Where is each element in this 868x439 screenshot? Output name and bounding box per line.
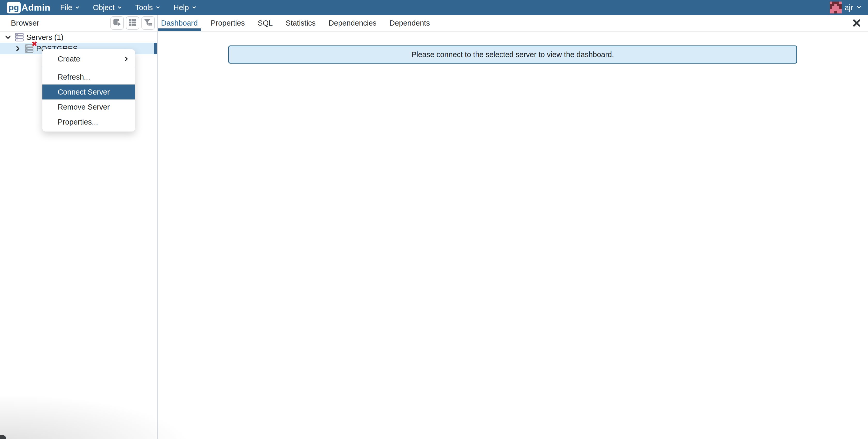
menu-separator [42,68,135,68]
browser-panel-title: Browser [11,15,39,31]
chevron-right-icon[interactable] [14,45,22,53]
context-menu-item-label: Refresh... [58,73,90,82]
context-menu-item-label: Create [58,55,80,63]
browser-toolbar [111,16,155,30]
connect-info-alert: Please connect to the selected server to… [228,45,797,64]
context-menu-item-label: Connect Server [58,88,110,96]
context-menu-connect-server[interactable]: Connect Server [42,85,135,99]
chevron-down-icon [856,3,862,12]
chevron-down-icon[interactable] [4,33,12,41]
menu-help-label: Help [174,3,189,12]
top-menubar: pg Admin File Object Tools Help ajr [0,0,868,15]
user-menu[interactable]: ajr [830,2,862,13]
chevron-down-icon [75,3,80,12]
chevron-down-icon [191,3,197,12]
submenu-chevron-right-icon [123,56,130,62]
tab-statistics[interactable]: Statistics [285,15,316,31]
tab-dependencies[interactable]: Dependencies [328,15,377,31]
menu-file-label: File [60,3,72,12]
server-disconnected-icon: ✖ [24,44,34,54]
query-tool-button[interactable] [111,16,124,30]
query-tool-icon [113,18,122,28]
tab-dependents[interactable]: Dependents [389,15,430,31]
filtered-rows-button[interactable] [142,16,155,30]
dashboard-pane: Please connect to the selected server to… [158,32,868,439]
tab-dashboard[interactable]: Dashboard [160,15,198,31]
logo-pg-mark: pg [7,2,21,13]
context-menu-item-label: Remove Server [58,103,110,112]
menu-object-label: Object [93,3,115,12]
menu-tools-label: Tools [135,3,153,12]
menu-file[interactable]: File [60,3,80,12]
menu-tools[interactable]: Tools [135,3,160,12]
context-menu-properties[interactable]: Properties... [42,115,135,129]
menu-help[interactable]: Help [174,3,197,12]
context-menu-create[interactable]: Create [42,52,135,66]
chevron-down-icon [155,3,160,12]
tree-item-servers[interactable]: Servers (1) [0,32,157,43]
detail-tabs: Dashboard Properties SQL Statistics Depe… [160,15,430,31]
user-avatar [830,2,842,13]
logo-admin-text: Admin [22,2,50,13]
disconnected-badge-icon: ✖ [32,40,37,47]
server-group-icon [14,32,24,42]
selection-end-bar [154,43,157,54]
context-menu-refresh[interactable]: Refresh... [42,69,135,85]
tab-sql[interactable]: SQL [257,15,273,31]
view-data-button[interactable] [126,16,139,30]
pgadmin-logo: pg Admin [7,2,51,13]
context-menu-item-label: Properties... [58,118,98,126]
filtered-rows-icon [144,18,153,28]
menu-object[interactable]: Object [93,3,122,12]
chevron-down-icon [117,3,122,12]
user-name: ajr [845,3,853,12]
context-menu-remove-server[interactable]: Remove Server [42,99,135,115]
panel-header-row: Browser [0,15,868,32]
alert-message: Please connect to the selected server to… [411,51,614,59]
tab-properties[interactable]: Properties [210,15,245,31]
view-data-icon [128,18,137,28]
close-panel-icon[interactable] [852,18,861,28]
server-context-menu: Create Refresh... Connect Server Remove … [42,49,135,132]
